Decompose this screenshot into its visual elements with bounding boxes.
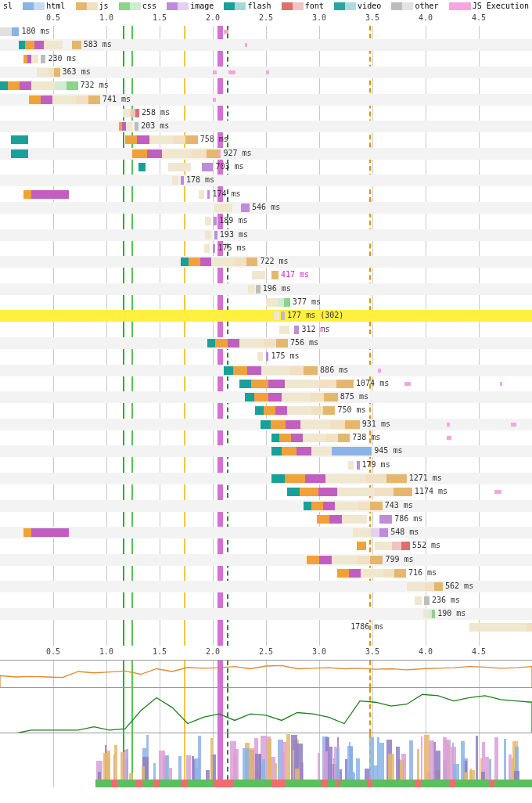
cpu-utilization-chart[interactable]	[0, 660, 532, 687]
request-bar[interactable]	[192, 190, 210, 199]
request-bar[interactable]	[239, 380, 354, 388]
waterfall-row[interactable]: 552 ms	[0, 540, 532, 552]
request-bar[interactable]	[304, 502, 383, 510]
waterfall-row[interactable]: 750 ms	[0, 405, 532, 416]
waterfall-row[interactable]: 178 ms	[0, 175, 532, 186]
waterfall-row[interactable]: 756 ms	[0, 337, 532, 349]
waterfall-row[interactable]: 203 ms	[0, 121, 532, 132]
request-bar[interactable]	[340, 461, 359, 470]
waterfall-row[interactable]: 758 ms	[0, 134, 532, 146]
waterfall-row[interactable]: 743 ms	[0, 500, 532, 512]
request-bar[interactable]	[298, 556, 383, 564]
request-bar[interactable]	[138, 163, 214, 171]
waterfall-row[interactable]: 716 ms	[0, 567, 532, 579]
waterfall-row[interactable]: 377 ms	[0, 297, 532, 308]
main-thread-chart[interactable]	[0, 733, 532, 787]
waterfall-row[interactable]: 175 ms	[0, 351, 532, 362]
waterfall-row[interactable]: 722 ms	[0, 256, 532, 268]
waterfall-row[interactable]: 799 ms	[0, 554, 532, 566]
waterfall-row[interactable]: 945 ms	[0, 445, 532, 457]
request-bar[interactable]	[250, 298, 290, 307]
request-bar[interactable]	[261, 420, 360, 429]
request-bar[interactable]	[266, 326, 299, 334]
request-bar[interactable]	[197, 244, 216, 253]
waterfall-row[interactable]: 417 ms	[0, 269, 532, 281]
request-bar[interactable]	[308, 515, 392, 524]
waterfall-row[interactable]: 196 ms	[0, 283, 532, 295]
bandwidth-chart[interactable]	[0, 687, 532, 733]
request-bar[interactable]	[21, 95, 100, 104]
waterfall-row[interactable]: 741 ms	[0, 94, 532, 106]
request-bar[interactable]	[207, 339, 288, 347]
request-bar[interactable]	[197, 217, 217, 225]
request-bar[interactable]	[239, 285, 261, 293]
waterfall-row[interactable]: 230 ms	[0, 53, 532, 65]
waterfall-row[interactable]: 562 ms	[0, 581, 532, 592]
request-bar[interactable]	[383, 582, 443, 591]
timing-label: 190 ms	[437, 609, 466, 618]
request-bar[interactable]	[19, 41, 81, 49]
request-bar[interactable]	[117, 135, 198, 144]
request-bar[interactable]	[21, 68, 59, 77]
request-bar[interactable]	[330, 569, 406, 578]
request-bar[interactable]	[330, 528, 389, 537]
waterfall-row[interactable]: 875 ms	[0, 391, 532, 403]
waterfall-row[interactable]: 179 ms	[0, 459, 532, 471]
waterfall-row[interactable]: 1786 ms	[0, 621, 532, 633]
request-bar[interactable]	[404, 596, 430, 605]
request-bar[interactable]	[266, 311, 285, 320]
request-bar[interactable]	[192, 203, 250, 212]
js-execution-mark	[228, 70, 235, 74]
waterfall-row[interactable]: 927 ms	[0, 148, 532, 160]
request-bar[interactable]	[250, 352, 269, 361]
request-bar[interactable]	[181, 257, 257, 266]
request-bar[interactable]	[255, 406, 335, 415]
waterfall-chart[interactable]: 180 ms583 ms230 ms363 ms732 ms741 ms258 …	[0, 26, 532, 646]
waterfall-row[interactable]: 583 ms	[0, 39, 532, 51]
request-bar[interactable]	[197, 231, 217, 239]
waterfall-row[interactable]: 193 ms	[0, 229, 532, 241]
waterfall-row[interactable]: 174 ms	[0, 189, 532, 200]
waterfall-row[interactable]: 738 ms	[0, 432, 532, 444]
waterfall-row[interactable]: 548 ms	[0, 527, 532, 538]
waterfall-row[interactable]: 1271 ms	[0, 473, 532, 484]
waterfall-row[interactable]: 546 ms	[0, 202, 532, 214]
request-bar[interactable]	[122, 149, 221, 158]
waterfall-row[interactable]: 1174 ms	[0, 486, 532, 498]
timing-label: 562 ms	[445, 582, 473, 590]
request-bar[interactable]	[351, 542, 410, 550]
request-bar[interactable]	[0, 81, 78, 90]
time-axis-bottom: 0.51.01.52.02.53.03.54.04.5	[0, 646, 532, 660]
waterfall-row[interactable]: 1074 ms	[0, 378, 532, 390]
request-bar[interactable]	[0, 27, 19, 36]
waterfall-row[interactable]: 175 ms	[0, 243, 532, 254]
request-bar[interactable]	[271, 447, 372, 456]
waterfall-row[interactable]: 258 ms	[0, 107, 532, 119]
waterfall-row[interactable]: 312 ms	[0, 324, 532, 336]
request-bar[interactable]	[165, 176, 184, 185]
waterfall-row[interactable]: 931 ms	[0, 419, 532, 430]
waterfall-row[interactable]: 190 ms	[0, 608, 532, 620]
request-bar[interactable]	[234, 271, 279, 279]
request-bar[interactable]	[271, 474, 407, 483]
request-bar[interactable]	[394, 623, 532, 632]
axis-tick: 1.5	[153, 13, 167, 22]
request-bar[interactable]	[112, 109, 139, 117]
waterfall-row[interactable]: 189 ms	[0, 215, 532, 227]
waterfall-row[interactable]: 732 ms	[0, 80, 532, 92]
request-bar[interactable]	[271, 434, 350, 442]
request-bar[interactable]	[224, 366, 318, 375]
waterfall-row[interactable]: 703 ms	[0, 161, 532, 173]
request-bar[interactable]	[21, 55, 45, 63]
waterfall-row[interactable]: 177 ms (302)	[0, 310, 532, 322]
time-axis-top: 0.51.01.52.02.53.03.54.04.5	[0, 12, 532, 26]
waterfall-row[interactable]: 180 ms	[0, 26, 532, 38]
request-bar[interactable]	[415, 610, 435, 618]
waterfall-row[interactable]: 786 ms	[0, 513, 532, 525]
waterfall-row[interactable]: 236 ms	[0, 595, 532, 607]
waterfall-row[interactable]: 886 ms	[0, 365, 532, 376]
request-bar[interactable]	[245, 393, 338, 402]
request-bar[interactable]	[117, 122, 139, 131]
legend-image: image	[167, 2, 214, 10]
request-bar[interactable]	[287, 488, 412, 496]
